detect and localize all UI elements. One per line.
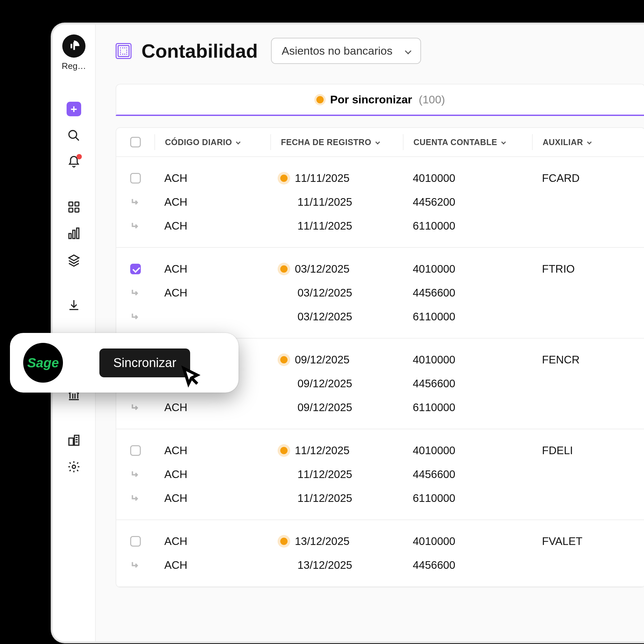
svg-rect-10 <box>73 230 75 239</box>
app-logo[interactable] <box>62 34 85 58</box>
svg-rect-9 <box>69 234 71 239</box>
cell-fecha: 13/12/2025 <box>270 559 403 571</box>
dropdown-label: Asientos no bancarios <box>282 44 393 57</box>
entries-filter-dropdown[interactable]: Asientos no bancarios <box>271 38 421 64</box>
chevron-down-icon <box>405 48 411 54</box>
cell-cuenta: 4010000 <box>403 535 532 548</box>
svg-rect-5 <box>69 202 73 206</box>
row-checkbox[interactable] <box>130 445 141 456</box>
sage-logo: Sage <box>23 343 63 383</box>
cell-cuenta: 4456600 <box>403 559 532 571</box>
gear-icon[interactable] <box>67 459 81 474</box>
cell-fecha: 03/12/2025 <box>270 263 403 275</box>
cell-cuenta: 6110000 <box>403 310 532 323</box>
pending-dot-icon <box>280 175 288 182</box>
cell-codigo: ACH <box>154 468 270 481</box>
cell-cuenta: 6110000 <box>403 220 532 232</box>
svg-line-4 <box>76 137 79 140</box>
cell-codigo: ACH <box>154 401 270 414</box>
cell-fecha: 09/12/2025 <box>270 353 403 366</box>
layers-icon[interactable] <box>67 253 81 267</box>
table-group: ACH13/12/20254010000FVALETACH13/12/20254… <box>116 520 644 587</box>
column-codigo[interactable]: CÓDIGO DIARIO <box>154 134 270 150</box>
table-group: ACH11/12/20254010000FDELIACH11/12/202544… <box>116 429 644 520</box>
row-checkbox[interactable] <box>130 536 141 547</box>
select-all-checkbox[interactable] <box>130 137 141 147</box>
cell-codigo: ACH <box>154 196 270 208</box>
cell-cuenta: 4010000 <box>403 444 532 457</box>
svg-rect-1 <box>71 44 72 48</box>
cell-cuenta: 4010000 <box>403 172 532 185</box>
table-row[interactable]: ACH13/12/20254456600 <box>116 553 644 577</box>
cell-codigo: ACH <box>154 444 270 457</box>
table-row[interactable]: ACH13/12/20254010000FVALET <box>116 529 644 553</box>
cell-codigo: ACH <box>154 220 270 232</box>
cell-fecha: 09/12/2025 <box>270 377 403 390</box>
tab-to-sync[interactable]: Por sincronizar (100) <box>116 84 644 116</box>
cell-codigo: ACH <box>154 559 270 571</box>
chart-icon[interactable] <box>67 226 81 241</box>
bell-icon[interactable] <box>67 155 81 169</box>
sub-row-arrow-icon <box>130 402 141 413</box>
table-row[interactable]: ACH11/12/20254010000FDELI <box>116 439 644 462</box>
cell-codigo: ACH <box>154 492 270 505</box>
download-icon[interactable] <box>67 298 81 312</box>
cell-cuenta: 4456600 <box>403 468 532 481</box>
status-dot-icon <box>316 96 324 103</box>
table-group: ACH03/12/20254010000FTRIOACH03/12/202544… <box>116 248 644 339</box>
svg-rect-7 <box>69 208 73 212</box>
sync-button[interactable]: Sincronizar <box>99 349 190 377</box>
sub-row-arrow-icon <box>130 288 141 298</box>
chevron-down-icon <box>587 140 592 144</box>
svg-point-17 <box>72 465 76 468</box>
cell-auxiliar: FTRIO <box>532 263 644 275</box>
column-auxiliar[interactable]: AUXILIAR <box>532 134 644 150</box>
pending-dot-icon <box>280 538 288 545</box>
table-row[interactable]: ACH11/11/20256110000 <box>116 214 644 238</box>
cell-auxiliar: FVALET <box>532 535 644 548</box>
notification-dot-icon <box>77 154 82 159</box>
table-row[interactable]: ACH11/11/20254456200 <box>116 190 644 214</box>
cell-cuenta: 4456600 <box>403 287 532 299</box>
sub-row-arrow-icon <box>130 197 141 207</box>
table-row[interactable]: ACH11/12/20256110000 <box>116 486 644 510</box>
buildings-icon[interactable] <box>67 433 81 448</box>
cell-fecha: 03/12/2025 <box>270 287 403 299</box>
cell-fecha: 11/11/2025 <box>270 196 403 208</box>
sub-row-arrow-icon <box>130 560 141 570</box>
row-checkbox[interactable] <box>130 173 141 184</box>
cell-fecha: 03/12/2025 <box>270 310 403 323</box>
sub-row-arrow-icon <box>130 469 141 480</box>
sub-row-arrow-icon <box>130 311 141 322</box>
search-icon[interactable] <box>67 128 81 143</box>
chevron-down-icon <box>375 140 380 144</box>
cell-cuenta: 4456600 <box>403 377 532 390</box>
svg-rect-11 <box>77 228 79 239</box>
cell-auxiliar: FCARD <box>532 172 644 185</box>
table-row[interactable]: 03/12/20256110000 <box>116 305 644 329</box>
table-row[interactable]: ACH03/12/20254456600 <box>116 281 644 305</box>
cell-cuenta: 6110000 <box>403 492 532 505</box>
page-title: Contabilidad <box>141 40 258 62</box>
calculator-icon <box>116 43 132 59</box>
apps-icon[interactable] <box>67 200 81 214</box>
cell-codigo: ACH <box>154 287 270 299</box>
cell-fecha: 11/12/2025 <box>270 492 403 505</box>
table-row[interactable]: ACH03/12/20254010000FTRIO <box>116 257 644 281</box>
table-row[interactable]: ACH11/12/20254456600 <box>116 462 644 486</box>
cell-fecha: 09/12/2025 <box>270 401 403 414</box>
table-row[interactable]: ACH09/12/20256110000 <box>116 396 644 419</box>
cell-cuenta: 4010000 <box>403 353 532 366</box>
app-logo-label: Reg… <box>62 61 86 71</box>
chevron-down-icon <box>236 140 241 144</box>
svg-rect-8 <box>75 208 79 212</box>
cell-auxiliar: FENCR <box>532 353 644 366</box>
column-cuenta[interactable]: CUENTA CONTABLE <box>403 134 532 150</box>
column-fecha[interactable]: FECHA DE REGISTRO <box>270 134 403 150</box>
table-row[interactable]: ACH11/11/20254010000FCARD <box>116 166 644 190</box>
pending-dot-icon <box>280 265 288 273</box>
row-checkbox[interactable] <box>130 264 141 274</box>
svg-rect-6 <box>75 202 79 206</box>
cell-fecha: 11/12/2025 <box>270 444 403 457</box>
add-button[interactable]: + <box>67 102 81 116</box>
